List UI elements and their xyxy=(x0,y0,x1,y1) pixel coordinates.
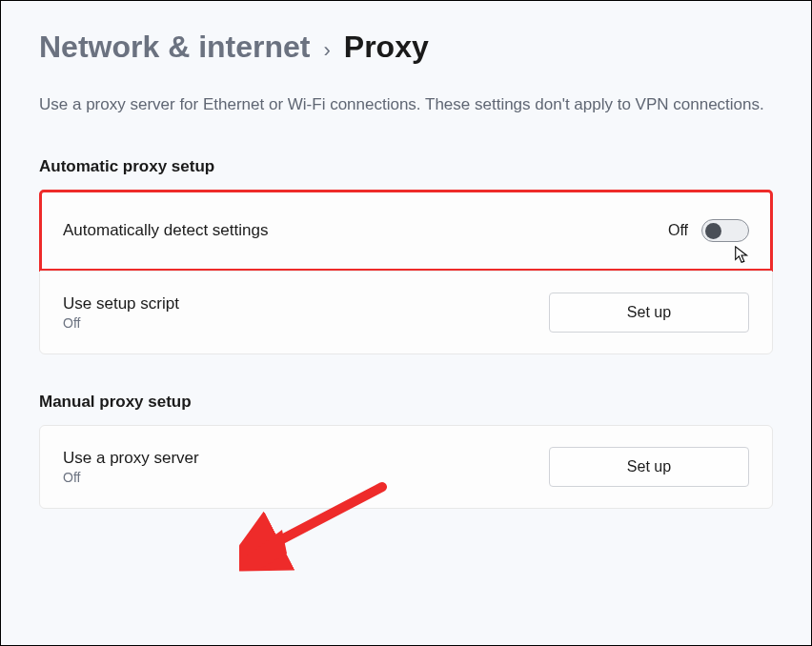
automatic-proxy-group: Automatically detect settings Off Use se… xyxy=(39,190,773,354)
page-description: Use a proxy server for Ethernet or Wi-Fi… xyxy=(39,91,773,117)
proxy-server-button[interactable]: Set up xyxy=(549,447,749,487)
manual-proxy-group: Use a proxy server Off Set up xyxy=(39,425,773,509)
chevron-right-icon: › xyxy=(323,38,330,63)
row-auto-detect: Automatically detect settings Off xyxy=(40,191,772,271)
svg-marker-2 xyxy=(245,530,287,569)
section-title-automatic: Automatic proxy setup xyxy=(39,157,773,176)
toggle-knob xyxy=(705,223,721,239)
row-proxy-server: Use a proxy server Off Set up xyxy=(40,426,772,508)
setup-script-status: Off xyxy=(63,315,179,331)
cursor-icon xyxy=(734,246,751,265)
proxy-server-status: Off xyxy=(63,470,199,485)
auto-detect-toggle[interactable] xyxy=(701,219,749,242)
breadcrumb-current: Proxy xyxy=(344,30,429,65)
section-title-manual: Manual proxy setup xyxy=(39,393,773,412)
row-setup-script: Use setup script Off Set up xyxy=(40,271,772,353)
breadcrumb: Network & internet › Proxy xyxy=(39,30,773,65)
auto-detect-label: Automatically detect settings xyxy=(63,221,268,240)
setup-script-button[interactable]: Set up xyxy=(549,293,749,333)
breadcrumb-parent[interactable]: Network & internet xyxy=(39,30,310,65)
auto-detect-toggle-state: Off xyxy=(668,222,688,239)
proxy-server-label: Use a proxy server xyxy=(63,449,199,468)
setup-script-label: Use setup script xyxy=(63,294,179,313)
